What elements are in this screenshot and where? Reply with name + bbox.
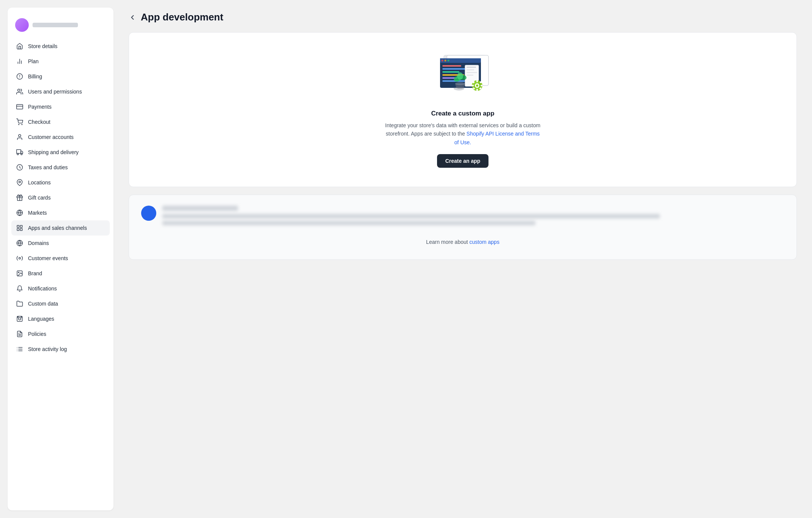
learn-more-text: Learn more about — [426, 239, 469, 245]
sidebar-item-apps-sales-channels[interactable]: Apps and sales channels — [11, 220, 110, 236]
sidebar-label-locations: Locations — [28, 179, 51, 186]
sidebar-item-policies[interactable]: Policies — [11, 326, 110, 342]
custom-apps-link[interactable]: custom apps — [470, 239, 499, 245]
plan-icon — [16, 58, 23, 65]
page-header: App development — [129, 11, 797, 23]
sidebar-item-shipping-delivery[interactable]: Shipping and delivery — [11, 145, 110, 160]
svg-rect-57 — [442, 80, 465, 82]
billing-icon — [16, 73, 23, 80]
svg-point-10 — [22, 124, 22, 125]
users-permissions-icon — [16, 88, 23, 95]
svg-point-17 — [19, 181, 21, 183]
sidebar-item-markets[interactable]: Markets — [11, 205, 110, 220]
sidebar-item-store-activity-log[interactable]: Store activity log — [11, 342, 110, 357]
brand-icon — [16, 270, 23, 277]
checkout-icon — [16, 118, 23, 126]
svg-rect-22 — [17, 225, 19, 227]
sidebar-label-store-details: Store details — [28, 43, 58, 49]
svg-rect-68 — [472, 85, 474, 86]
svg-rect-24 — [20, 229, 22, 231]
store-avatar — [15, 18, 29, 32]
sidebar-item-languages[interactable]: Languages — [11, 311, 110, 326]
info-row — [141, 206, 784, 228]
info-title-blur — [162, 206, 238, 211]
svg-point-6 — [18, 89, 20, 91]
sidebar-label-store-activity-log: Store activity log — [28, 346, 67, 352]
sidebar-item-checkout[interactable]: Checkout — [11, 114, 110, 130]
sidebar-label-gift-cards: Gift cards — [28, 195, 51, 201]
svg-point-9 — [19, 124, 19, 125]
sidebar-item-notifications[interactable]: Notifications — [11, 281, 110, 296]
sidebar-label-policies: Policies — [28, 331, 46, 337]
sidebar-label-shipping-delivery: Shipping and delivery — [28, 149, 79, 155]
svg-rect-61 — [467, 72, 477, 73]
create-app-button[interactable]: Create an app — [437, 154, 489, 168]
svg-rect-54 — [442, 71, 459, 73]
info-text-blur-2 — [162, 221, 535, 225]
sidebar-label-plan: Plan — [28, 58, 39, 64]
create-app-card: Create a custom app Integrate your store… — [129, 32, 797, 187]
sidebar-label-customer-accounts: Customer accounts — [28, 134, 74, 140]
sidebar-item-brand[interactable]: Brand — [11, 266, 110, 281]
svg-point-75 — [455, 82, 465, 85]
sidebar-item-plan[interactable]: Plan — [11, 54, 110, 69]
svg-rect-66 — [476, 80, 478, 82]
sidebar-item-custom-data[interactable]: Custom data — [11, 296, 110, 311]
svg-rect-23 — [20, 225, 22, 227]
info-section: Learn more about custom apps — [129, 195, 797, 260]
sidebar-item-users-permissions[interactable]: Users and permissions — [11, 84, 110, 99]
info-content — [162, 206, 784, 228]
sidebar-label-customer-events: Customer events — [28, 255, 68, 261]
svg-rect-7 — [17, 105, 23, 109]
sidebar-label-notifications: Notifications — [28, 286, 57, 292]
sidebar-label-payments: Payments — [28, 104, 51, 110]
sidebar-item-customer-events[interactable]: Customer events — [11, 251, 110, 266]
info-avatar — [141, 206, 156, 221]
apps-sales-channels-icon — [16, 224, 23, 232]
shipping-delivery-icon — [16, 148, 23, 156]
learn-more: Learn more about custom apps — [141, 235, 784, 249]
sidebar-item-locations[interactable]: Locations — [11, 175, 110, 190]
svg-marker-13 — [21, 151, 23, 153]
svg-rect-53 — [442, 68, 467, 70]
svg-point-65 — [476, 84, 478, 87]
sidebar-label-taxes-duties: Taxes and duties — [28, 164, 68, 170]
card-description: Integrate your store's data with externa… — [383, 121, 542, 147]
customer-accounts-icon — [16, 133, 23, 141]
svg-point-14 — [17, 153, 19, 155]
back-button[interactable] — [129, 14, 136, 21]
sidebar-label-apps-sales-channels: Apps and sales channels — [28, 225, 87, 231]
sidebar-label-users-permissions: Users and permissions — [28, 89, 82, 95]
svg-point-50 — [445, 60, 446, 62]
customer-events-icon — [16, 254, 23, 262]
policies-icon — [16, 330, 23, 338]
languages-icon — [16, 315, 23, 323]
page-title: App development — [141, 11, 223, 23]
shopify-api-license-link[interactable]: Shopify API License and Terms of Use. — [454, 131, 540, 145]
sidebar-item-domains[interactable]: Domains — [11, 236, 110, 251]
notifications-icon — [16, 285, 23, 292]
sidebar-item-payments[interactable]: Payments — [11, 99, 110, 114]
svg-rect-67 — [476, 89, 478, 91]
sidebar-item-billing[interactable]: Billing — [11, 69, 110, 84]
main-content: App development — [114, 0, 812, 518]
svg-point-28 — [19, 257, 21, 259]
sidebar-label-billing: Billing — [28, 73, 42, 80]
card-title: Create a custom app — [431, 110, 494, 117]
sidebar-item-customer-accounts[interactable]: Customer accounts — [11, 130, 110, 145]
sidebar-label-checkout: Checkout — [28, 119, 50, 125]
markets-icon — [16, 209, 23, 217]
custom-data-icon — [16, 300, 23, 307]
sidebar-item-store-details[interactable]: Store details — [11, 39, 110, 54]
store-details-icon — [16, 42, 23, 50]
sidebar-label-domains: Domains — [28, 240, 49, 246]
card-illustration — [432, 51, 493, 101]
payments-icon — [16, 103, 23, 111]
taxes-duties-icon — [16, 164, 23, 171]
svg-rect-59 — [467, 67, 476, 68]
sidebar-item-gift-cards[interactable]: Gift cards — [11, 190, 110, 205]
svg-rect-52 — [442, 65, 461, 67]
svg-point-15 — [21, 153, 22, 155]
svg-rect-12 — [17, 150, 21, 153]
sidebar-item-taxes-duties[interactable]: Taxes and duties — [11, 160, 110, 175]
